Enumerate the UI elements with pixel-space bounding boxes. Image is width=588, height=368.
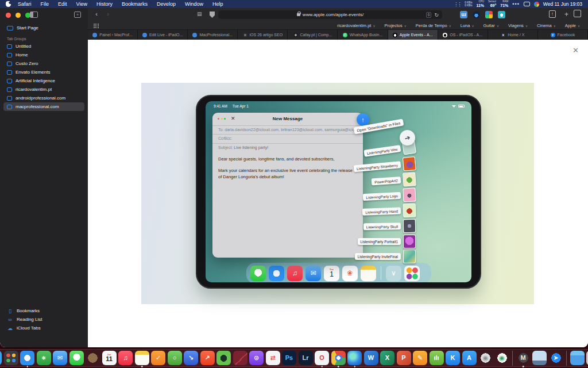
tab-cafay[interactable]: Cafay.pt | Comp... bbox=[288, 30, 338, 40]
ipad-dock-safari[interactable] bbox=[269, 266, 284, 281]
ipad-dock-divider[interactable] bbox=[381, 266, 381, 280]
dock-keynote[interactable]: K bbox=[446, 351, 460, 365]
tab-macprofessional[interactable]: MacProfessional... bbox=[188, 30, 238, 40]
sidebar-item-bookmarks[interactable]: ▯ Bookmarks bbox=[3, 306, 84, 315]
menu-item[interactable]: Bookmarks bbox=[117, 1, 152, 7]
bookmark-ricardovalentim[interactable]: ricardovalentim.pt bbox=[337, 23, 375, 28]
tab-group-untitled[interactable]: Untitled bbox=[3, 42, 84, 51]
dock-music[interactable]: ♫ bbox=[118, 351, 133, 365]
menu-item[interactable]: File bbox=[36, 1, 54, 7]
dock-powerpoint[interactable]: P bbox=[397, 351, 411, 365]
dock-robot-app[interactable]: ◉ bbox=[495, 351, 509, 365]
dock-tasks-app[interactable]: ✓ bbox=[151, 351, 165, 365]
dock-stocks-app[interactable]: ↗ bbox=[200, 351, 215, 365]
reader-icon[interactable]: ▤ bbox=[197, 11, 202, 17]
dock-mail[interactable]: ✉ bbox=[53, 351, 67, 365]
file-listeningparty-invitefinal[interactable]: ListeningParty InviteFinal bbox=[336, 250, 416, 263]
menu-item[interactable]: Edit bbox=[53, 1, 72, 7]
sensor-stat[interactable]: Sensor 69° bbox=[488, 1, 496, 7]
dock-green-creature-app[interactable] bbox=[216, 351, 231, 365]
tab-apple-events[interactable]: Apple Events - A... bbox=[388, 30, 438, 40]
ipad-dock-mail[interactable]: ✉ bbox=[305, 266, 321, 281]
dock-podcasts[interactable]: ⊙ bbox=[249, 351, 264, 365]
close-overlay-button[interactable]: ✕ bbox=[572, 46, 579, 55]
dock-divider-2[interactable] bbox=[566, 351, 567, 366]
tab-group-custo-zero[interactable]: Custo Zero bbox=[3, 59, 84, 68]
send-button[interactable]: ↑ bbox=[357, 113, 369, 126]
ipad-dock-music[interactable]: ♫ bbox=[287, 266, 303, 281]
dock-downloads-folder[interactable] bbox=[570, 351, 585, 365]
browser-extension-icon[interactable] bbox=[473, 11, 480, 18]
tab-overview-button[interactable] bbox=[575, 11, 581, 17]
dock-darkred-app[interactable] bbox=[233, 351, 247, 365]
dock-transfer-app[interactable]: ↘ bbox=[184, 351, 198, 365]
new-tab-button[interactable]: + bbox=[564, 10, 568, 18]
sidebar-item-start-page[interactable]: Start Page bbox=[5, 24, 83, 32]
dock-mamp[interactable]: M bbox=[516, 351, 531, 365]
browser-status-icon[interactable] bbox=[534, 2, 539, 7]
dock-divider-1[interactable] bbox=[512, 351, 513, 366]
favorites-grid-icon[interactable] bbox=[94, 24, 99, 28]
bookmark-luna[interactable]: Luna bbox=[461, 23, 474, 28]
menubar-more-icon[interactable]: ••• bbox=[512, 1, 519, 7]
tab-facebook[interactable]: f Facebook bbox=[538, 30, 588, 40]
dock-sepia-app[interactable] bbox=[86, 351, 100, 365]
ipad-dock-messages[interactable] bbox=[250, 266, 266, 281]
camera-extension-icon[interactable] bbox=[498, 11, 505, 18]
new-tab-group-icon[interactable]: + bbox=[74, 12, 81, 18]
ipad-dock-notes[interactable] bbox=[361, 266, 376, 281]
menubar-clock[interactable]: Wed 11 Jun 19:03 bbox=[543, 1, 582, 7]
forward-button[interactable]: › bbox=[104, 10, 112, 17]
menu-item[interactable]: History bbox=[92, 1, 117, 7]
ram-stat[interactable]: RAM 71% bbox=[500, 1, 508, 7]
ipad-dock-photos[interactable]: ❀ bbox=[342, 266, 358, 281]
back-button[interactable]: ‹ bbox=[92, 10, 100, 17]
dock-edge[interactable] bbox=[347, 351, 362, 365]
file-listeningparty-portrait1[interactable]: ListeningParty Portrait1 bbox=[336, 235, 416, 248]
share-button[interactable]: ↑ bbox=[549, 10, 556, 18]
dock-numbers[interactable]: ılı bbox=[430, 351, 444, 365]
dock-notes[interactable] bbox=[135, 351, 149, 365]
dock-messages[interactable] bbox=[69, 351, 84, 365]
dock-green-atom-app[interactable]: ∗ bbox=[37, 351, 51, 365]
bookmark-projectos[interactable]: Projectos bbox=[384, 23, 406, 28]
display-menu-icon[interactable] bbox=[524, 2, 530, 6]
stats-dots-icon[interactable]: ⋮⋮ bbox=[454, 2, 461, 7]
dock-photoshop[interactable]: Ps bbox=[282, 351, 296, 365]
network-throughput[interactable]: 0 KB/s 0 KB/s bbox=[465, 1, 472, 7]
file-listeningparty-skull[interactable]: ListeningParty Skull bbox=[336, 219, 416, 234]
dock-utility-dial-app[interactable]: ◉ bbox=[478, 351, 493, 365]
sidebar-item-reading-list[interactable]: ∞ Reading List bbox=[3, 315, 84, 324]
address-bar[interactable]: www.apple.com/apple-events/ 6 ↻ bbox=[218, 10, 442, 19]
dock-shuffle-app[interactable]: ⇄ bbox=[266, 351, 280, 365]
tab-home-x[interactable]: X Home / X bbox=[488, 30, 538, 40]
ipad-dock-calendar[interactable]: Tue 1 bbox=[324, 266, 339, 281]
dock-pages[interactable]: ✎ bbox=[413, 351, 427, 365]
to-field[interactable]: To: darla.davidson22@icloud.com, britran… bbox=[212, 125, 363, 134]
tab-ios-26-artigo-seo[interactable]: iOS 26 artigo SEO bbox=[238, 30, 288, 40]
dock-app-store[interactable]: A bbox=[462, 351, 477, 365]
tab-group-artificial-inteligence[interactable]: Artificial Inteligence bbox=[3, 76, 84, 85]
cc-bcc-field[interactable]: Cc/Bcc: bbox=[212, 134, 363, 143]
ipad-dock-app-library[interactable] bbox=[404, 266, 420, 281]
tab-edit-live-ipados[interactable]: Edit Live - iPadO... bbox=[138, 30, 188, 40]
close-window-button[interactable] bbox=[6, 13, 11, 18]
ipad-dock-downloads-ghost[interactable]: ∨ bbox=[386, 266, 401, 281]
dock-launchpad[interactable] bbox=[4, 351, 18, 365]
bookmark-viagens[interactable]: Viagens bbox=[508, 23, 528, 28]
file-listeningparty-hand[interactable]: ListeningParty Hand bbox=[336, 204, 416, 220]
translate-extension-icon[interactable]: Ш bbox=[460, 11, 467, 18]
dock-desktop-preview[interactable] bbox=[532, 351, 547, 365]
dock-chrome[interactable] bbox=[331, 351, 346, 365]
tab-whatsapp-business[interactable]: ✆ WhatsApp Busin... bbox=[338, 30, 388, 40]
dock-messenger[interactable]: ➤ bbox=[549, 351, 563, 365]
bookmark-cinema[interactable]: Cinema bbox=[537, 23, 556, 28]
menu-item[interactable]: Safari bbox=[13, 1, 36, 7]
tab-group-androidprofessional[interactable]: androidprofessional.com bbox=[3, 94, 84, 102]
content-blocker-badge[interactable]: 6 bbox=[426, 12, 432, 18]
dock-search-app[interactable]: ○ bbox=[168, 351, 182, 365]
menu-item[interactable]: Develop bbox=[152, 1, 180, 7]
sidebar-toggle-icon[interactable] bbox=[30, 12, 38, 18]
dock-opera[interactable]: O bbox=[315, 351, 329, 365]
reload-button[interactable]: ↻ bbox=[434, 12, 439, 18]
